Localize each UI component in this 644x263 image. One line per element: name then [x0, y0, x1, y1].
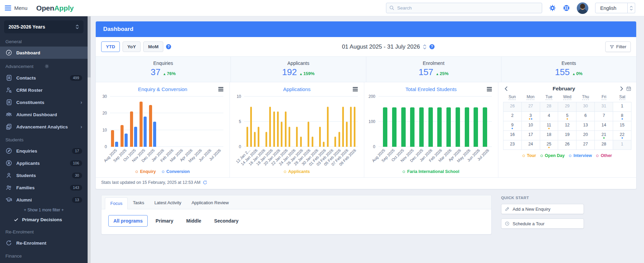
gear-icon[interactable] [549, 4, 556, 12]
language-spinner[interactable] [628, 3, 635, 13]
user-avatar[interactable] [577, 2, 588, 14]
calendar-day[interactable]: 26 [503, 102, 522, 112]
sidebar-item-re-enrolment[interactable]: Re-Enrolment [0, 237, 88, 249]
calendar-day[interactable]: 23 [503, 140, 522, 150]
calendar-day[interactable]: 12 [558, 121, 576, 131]
calendar-day[interactable]: 20 [576, 131, 595, 140]
calendar-day[interactable]: 26 [558, 140, 576, 150]
openapply-logo[interactable]: OpenApply [36, 4, 74, 12]
calendar-day[interactable]: 28 [540, 102, 558, 112]
sidebar-item-alumni-dashboard[interactable]: Alumni Dashboard [0, 108, 88, 121]
year-selector[interactable]: 2025-2026 Years [4, 20, 84, 33]
calendar-day[interactable]: 16 [503, 131, 522, 140]
sidebar-item-families[interactable]: Families 143 [0, 181, 88, 194]
calendar-day[interactable]: 19 [558, 131, 576, 140]
tab-latest-activity[interactable]: Latest Activity [149, 197, 186, 209]
program-all[interactable]: All programs [108, 215, 148, 227]
chart-menu-icon[interactable] [218, 87, 223, 91]
calendar-day[interactable]: 27 [522, 102, 540, 112]
program-secondary[interactable]: Secondary [209, 215, 244, 227]
calendar-export-icon[interactable] [626, 86, 631, 91]
calendar-day[interactable]: 1 [613, 140, 631, 150]
legend-item[interactable]: Conversion [162, 169, 190, 174]
program-primary[interactable]: Primary [150, 215, 178, 227]
calendar-day[interactable]: 2 [503, 112, 522, 121]
date-sort-icon[interactable] [423, 45, 426, 49]
sidebar-item-advancement-analytics[interactable]: Advancement Analytics › [0, 121, 88, 133]
calendar-day[interactable]: 6 [576, 112, 595, 121]
chart-title[interactable]: Total Enroled Students [405, 86, 457, 92]
sidebar-item-dashboard[interactable]: Dashboard [0, 47, 88, 59]
add-new-enquiry-button[interactable]: Add a New Enquiry [501, 204, 584, 214]
sidebar-scrollbar[interactable] [88, 16, 91, 263]
primary-decisions-filter[interactable]: Primary Decisions [0, 214, 88, 225]
calendar-day[interactable]: 14 [595, 121, 613, 131]
calendar-day[interactable]: 7 [595, 112, 613, 121]
sidebar-item-crm-roster[interactable]: CRM Roster [0, 84, 88, 96]
schedule-tour-button[interactable]: Schedule a Tour [501, 218, 584, 229]
chart-title[interactable]: Applications [283, 86, 311, 92]
mom-button[interactable]: MoM [143, 41, 163, 52]
calendar-day[interactable]: 21 [595, 131, 613, 140]
calendar-day[interactable]: 11 [540, 121, 558, 131]
sidebar-item-constituents[interactable]: Constituents › [0, 96, 88, 108]
calendar-day[interactable]: 17 [522, 131, 540, 140]
language-select[interactable]: English [595, 3, 635, 13]
calendar-day[interactable]: 25 [540, 140, 558, 150]
event-dot [512, 128, 513, 129]
calendar-day[interactable]: 5 [558, 112, 576, 121]
program-middle[interactable]: Middle [181, 215, 206, 227]
calendar-day[interactable]: 31 [595, 102, 613, 112]
sidebar-item-applicants[interactable]: Applicants 106 [0, 157, 88, 169]
refresh-stats-icon[interactable] [203, 180, 207, 185]
bar [246, 127, 248, 147]
calendar-day[interactable]: 18 [540, 131, 558, 140]
calendar-day[interactable]: 10 [522, 121, 540, 131]
calendar-prev-icon[interactable] [503, 86, 509, 91]
settings-gear-icon[interactable] [44, 63, 82, 69]
help-icon[interactable] [563, 4, 570, 12]
bar-group [129, 97, 139, 147]
sidebar-item-students[interactable]: Students 30 [0, 169, 88, 181]
sidebar-item-contacts[interactable]: Contacts 499 [0, 72, 88, 84]
sidebar-item-alumni[interactable]: Alumni 13 [0, 194, 88, 206]
tab-tasks[interactable]: Tasks [128, 197, 149, 209]
show-more-filters[interactable]: + Show 1 more filter + [0, 206, 88, 214]
calendar-day[interactable]: 22 [613, 131, 631, 140]
calendar-day[interactable]: 8 [613, 112, 631, 121]
calendar-day[interactable]: 4 [540, 112, 558, 121]
person-circle-icon [5, 160, 12, 166]
date-help-icon[interactable]: ? [429, 44, 435, 49]
calendar-day[interactable]: 29 [558, 102, 576, 112]
legend-item[interactable]: Faria International School [403, 169, 459, 174]
chart-title[interactable]: Enquiry & Conversion [138, 86, 187, 92]
yoy-button[interactable]: YoY [123, 41, 141, 52]
calendar-next-icon[interactable] [619, 86, 625, 91]
period-help-icon[interactable]: ? [166, 44, 171, 49]
tab-application-review[interactable]: Application Review [186, 197, 234, 209]
calendar-legend-item[interactable]: Tour [522, 153, 536, 158]
calendar-legend-item[interactable]: Other [596, 153, 612, 158]
search-input[interactable] [386, 3, 542, 13]
legend-item[interactable]: Applicants [284, 169, 310, 174]
sidebar-item-enquiries[interactable]: Enquiries 17 [0, 145, 88, 157]
calendar-day[interactable]: 15 [613, 121, 631, 131]
ytd-button[interactable]: YTD [101, 41, 120, 52]
chart-menu-icon[interactable] [353, 87, 358, 91]
calendar-day[interactable]: 24 [522, 140, 540, 150]
calendar-legend-item[interactable]: Interview [569, 153, 592, 158]
calendar-day[interactable]: 1 [613, 102, 631, 112]
chart-menu-icon[interactable] [487, 87, 492, 91]
calendar-day[interactable]: 30 [576, 102, 595, 112]
bar [323, 142, 325, 147]
calendar-day[interactable]: 27 [576, 140, 595, 150]
legend-item[interactable]: Enquiry [135, 169, 156, 174]
calendar-day[interactable]: 13 [576, 121, 595, 131]
calendar-day[interactable]: 9 [503, 121, 522, 131]
calendar-legend-item[interactable]: Open Day [540, 153, 565, 158]
filter-button[interactable]: Filter [605, 41, 631, 52]
calendar-day[interactable]: 3 [522, 112, 540, 121]
calendar-day[interactable]: 28 [595, 140, 613, 150]
tab-focus[interactable]: Focus [105, 197, 128, 209]
menu-button[interactable]: Menu [5, 5, 27, 11]
